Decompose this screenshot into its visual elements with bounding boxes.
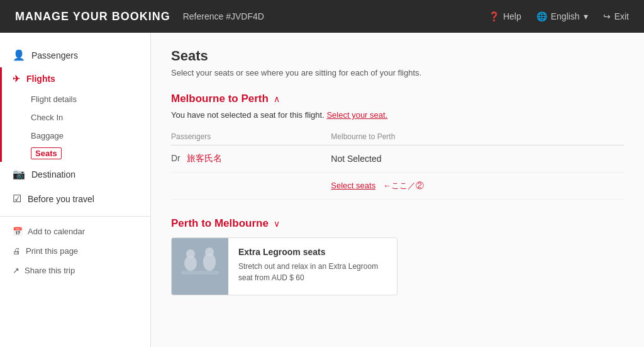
sidebar-item-passengers[interactable]: 👤 Passengers bbox=[0, 43, 150, 67]
sidebar-flights-section: ✈ Flights Flight details Check In Baggag… bbox=[0, 67, 150, 162]
passenger-cell: Dr 旅客氏名 bbox=[171, 145, 331, 173]
print-icon: 🖨 bbox=[13, 246, 21, 256]
flight1-header: Melbourne to Perth ∧ bbox=[171, 93, 624, 105]
col-route: Melbourne to Perth bbox=[331, 128, 624, 145]
page-layout: 👤 Passengers ✈ Flights Flight details Ch… bbox=[0, 33, 644, 347]
table-header-row: Passengers Melbourne to Perth bbox=[171, 128, 624, 145]
globe-icon: 🌐 bbox=[536, 11, 547, 21]
svg-rect-5 bbox=[181, 271, 219, 275]
select-seats-button[interactable]: Select seats bbox=[331, 181, 375, 190]
flight1-chevron-icon[interactable]: ∧ bbox=[274, 94, 280, 104]
app-title: MANAGE YOUR BOOKING bbox=[15, 10, 170, 23]
promo-card: Extra Legroom seats Stretch out and rela… bbox=[171, 237, 397, 295]
flight2-section: Perth to Melbourne ∨ bbox=[171, 217, 624, 295]
sidebar-item-baggage[interactable]: Baggage bbox=[2, 127, 150, 145]
sidebar-item-check-in[interactable]: Check In bbox=[2, 108, 150, 127]
language-selector[interactable]: 🌐 English ▾ bbox=[536, 11, 588, 21]
col-passengers: Passengers bbox=[171, 128, 331, 145]
svg-point-4 bbox=[205, 247, 214, 256]
sidebar-item-seats[interactable]: Seats bbox=[31, 147, 62, 159]
flight1-title[interactable]: Melbourne to Perth bbox=[171, 93, 269, 105]
help-button[interactable]: ❓ Help bbox=[489, 11, 521, 21]
header-right: ❓ Help 🌐 English ▾ ↪ Exit bbox=[489, 11, 629, 21]
sidebar-add-calendar[interactable]: 📅 Add to calendar bbox=[0, 222, 150, 241]
select-seats-cell: Select seats ←ここ／② bbox=[331, 173, 624, 200]
question-icon: ❓ bbox=[489, 11, 499, 21]
booking-reference: Reference #JVDF4D bbox=[183, 11, 264, 21]
promo-card-title: Extra Legroom seats bbox=[238, 247, 387, 257]
flight2-chevron-icon[interactable]: ∨ bbox=[274, 219, 280, 229]
passenger-prefix: Dr bbox=[171, 153, 180, 163]
svg-rect-0 bbox=[172, 238, 228, 295]
sidebar-flights-label: Flights bbox=[26, 74, 55, 84]
calendar-icon: 📅 bbox=[13, 227, 23, 236]
flight1-notice: You have not selected a seat for this fl… bbox=[171, 110, 624, 120]
checklist-icon: ☑ bbox=[13, 193, 21, 205]
sidebar-destination-label: Destination bbox=[31, 169, 75, 179]
annotation2: ←ここ／② bbox=[383, 181, 424, 190]
sidebar-item-flights[interactable]: ✈ Flights bbox=[2, 67, 150, 90]
sidebar-seats-wrapper: Seats bbox=[2, 145, 150, 162]
sidebar-before-travel-label: Before you travel bbox=[28, 194, 94, 204]
main-content: Seats Select your seats or see where you… bbox=[151, 33, 644, 347]
flight2-header: Perth to Melbourne ∨ bbox=[171, 217, 624, 230]
promo-card-image bbox=[172, 238, 228, 295]
plane-icon: ✈ bbox=[13, 74, 20, 84]
select-seats-row: Select seats ←ここ／② bbox=[171, 173, 624, 200]
passenger-name: 旅客氏名 bbox=[187, 153, 222, 163]
svg-point-2 bbox=[186, 249, 195, 258]
camera-icon: 📷 bbox=[13, 168, 25, 180]
flight1-section: Melbourne to Perth ∧ You have not select… bbox=[171, 93, 624, 200]
seats-table: Passengers Melbourne to Perth Dr 旅客氏名 No… bbox=[171, 128, 624, 200]
share-icon: ↗ bbox=[13, 266, 19, 275]
table-row: Dr 旅客氏名 Not Selected bbox=[171, 145, 624, 173]
header: MANAGE YOUR BOOKING Reference #JVDF4D ❓ … bbox=[0, 0, 644, 33]
sidebar-item-flight-details[interactable]: Flight details bbox=[2, 90, 150, 108]
promo-card-description: Stretch out and relax in an Extra Legroo… bbox=[238, 261, 387, 283]
seat-status-cell: Not Selected bbox=[331, 145, 624, 173]
sidebar-passengers-label: Passengers bbox=[31, 50, 78, 60]
sidebar-share[interactable]: ↗ Share this trip bbox=[0, 261, 150, 280]
seat-status: Not Selected bbox=[331, 154, 381, 164]
sidebar-divider bbox=[0, 216, 150, 217]
promo-card-body: Extra Legroom seats Stretch out and rela… bbox=[228, 238, 397, 295]
page-title: Seats bbox=[171, 48, 624, 64]
select-seat-link[interactable]: Select your seat. bbox=[326, 110, 387, 120]
page-subtitle: Select your seats or see where you are s… bbox=[171, 68, 624, 77]
flight2-title[interactable]: Perth to Melbourne bbox=[171, 217, 269, 230]
sidebar-item-destination[interactable]: 📷 Destination bbox=[0, 162, 150, 186]
chevron-down-icon: ▾ bbox=[584, 11, 588, 21]
exit-button[interactable]: ↪ Exit bbox=[603, 11, 629, 21]
sidebar-print[interactable]: 🖨 Print this page bbox=[0, 241, 150, 261]
sidebar: 👤 Passengers ✈ Flights Flight details Ch… bbox=[0, 33, 151, 347]
person-icon: 👤 bbox=[13, 49, 25, 61]
sidebar-item-before-travel[interactable]: ☑ Before you travel bbox=[0, 186, 150, 211]
exit-icon: ↪ bbox=[603, 11, 611, 21]
